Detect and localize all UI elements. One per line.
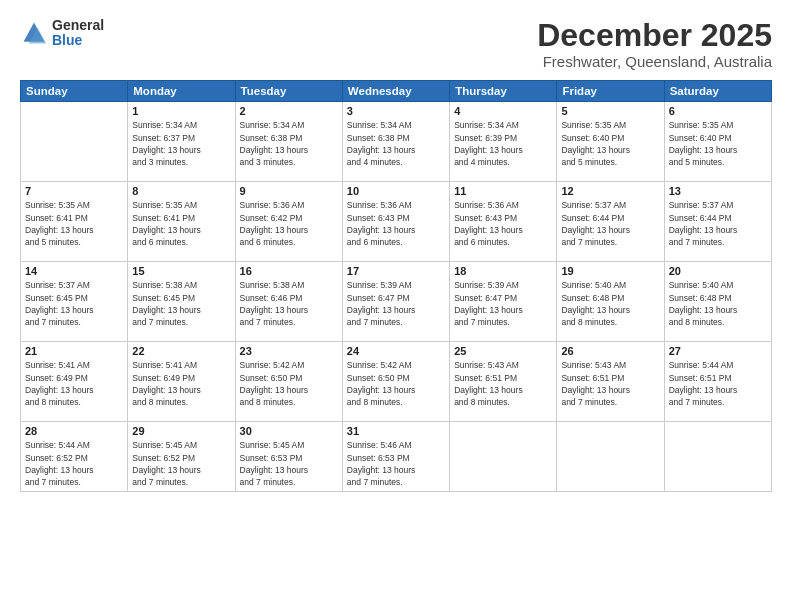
sunrise-text: Sunrise: 5:34 AM: [454, 120, 519, 130]
daylight-hours: Daylight: 13 hours: [132, 465, 201, 475]
calendar-cell: [450, 422, 557, 492]
day-number: 4: [454, 105, 552, 117]
day-info: Sunrise: 5:37 AMSunset: 6:44 PMDaylight:…: [669, 199, 767, 248]
calendar-cell: 4Sunrise: 5:34 AMSunset: 6:39 PMDaylight…: [450, 102, 557, 182]
daylight-hours: Daylight: 13 hours: [669, 225, 738, 235]
sunrise-text: Sunrise: 5:39 AM: [454, 280, 519, 290]
day-number: 26: [561, 345, 659, 357]
calendar-cell: 27Sunrise: 5:44 AMSunset: 6:51 PMDayligh…: [664, 342, 771, 422]
day-number: 16: [240, 265, 338, 277]
daylight-minutes: and 4 minutes.: [347, 157, 403, 167]
day-number: 2: [240, 105, 338, 117]
day-info: Sunrise: 5:40 AMSunset: 6:48 PMDaylight:…: [669, 279, 767, 328]
daylight-minutes: and 7 minutes.: [347, 477, 403, 487]
sunrise-text: Sunrise: 5:42 AM: [240, 360, 305, 370]
day-number: 30: [240, 425, 338, 437]
day-number: 27: [669, 345, 767, 357]
daylight-hours: Daylight: 13 hours: [240, 385, 309, 395]
daylight-minutes: and 7 minutes.: [25, 477, 81, 487]
daylight-minutes: and 7 minutes.: [561, 397, 617, 407]
daylight-hours: Daylight: 13 hours: [669, 385, 738, 395]
daylight-minutes: and 3 minutes.: [132, 157, 188, 167]
calendar-cell: 10Sunrise: 5:36 AMSunset: 6:43 PMDayligh…: [342, 182, 449, 262]
day-number: 14: [25, 265, 123, 277]
calendar-cell: 12Sunrise: 5:37 AMSunset: 6:44 PMDayligh…: [557, 182, 664, 262]
calendar-cell: 16Sunrise: 5:38 AMSunset: 6:46 PMDayligh…: [235, 262, 342, 342]
day-number: 28: [25, 425, 123, 437]
daylight-hours: Daylight: 13 hours: [561, 225, 630, 235]
calendar-header-thursday: Thursday: [450, 81, 557, 102]
day-info: Sunrise: 5:44 AMSunset: 6:51 PMDaylight:…: [669, 359, 767, 408]
calendar-cell: 2Sunrise: 5:34 AMSunset: 6:38 PMDaylight…: [235, 102, 342, 182]
day-number: 3: [347, 105, 445, 117]
sunset-text: Sunset: 6:49 PM: [25, 373, 88, 383]
daylight-hours: Daylight: 13 hours: [454, 305, 523, 315]
sunrise-text: Sunrise: 5:35 AM: [132, 200, 197, 210]
calendar-cell: 6Sunrise: 5:35 AMSunset: 6:40 PMDaylight…: [664, 102, 771, 182]
sunrise-text: Sunrise: 5:45 AM: [240, 440, 305, 450]
sunset-text: Sunset: 6:47 PM: [347, 293, 410, 303]
day-info: Sunrise: 5:35 AMSunset: 6:41 PMDaylight:…: [25, 199, 123, 248]
daylight-hours: Daylight: 13 hours: [347, 225, 416, 235]
sunset-text: Sunset: 6:51 PM: [561, 373, 624, 383]
calendar-week-5: 28Sunrise: 5:44 AMSunset: 6:52 PMDayligh…: [21, 422, 772, 492]
daylight-minutes: and 8 minutes.: [454, 397, 510, 407]
day-info: Sunrise: 5:34 AMSunset: 6:39 PMDaylight:…: [454, 119, 552, 168]
calendar-cell: 1Sunrise: 5:34 AMSunset: 6:37 PMDaylight…: [128, 102, 235, 182]
day-number: 1: [132, 105, 230, 117]
day-info: Sunrise: 5:40 AMSunset: 6:48 PMDaylight:…: [561, 279, 659, 328]
day-info: Sunrise: 5:36 AMSunset: 6:43 PMDaylight:…: [454, 199, 552, 248]
daylight-hours: Daylight: 13 hours: [240, 305, 309, 315]
daylight-hours: Daylight: 13 hours: [347, 305, 416, 315]
calendar-header-sunday: Sunday: [21, 81, 128, 102]
daylight-minutes: and 4 minutes.: [454, 157, 510, 167]
sunset-text: Sunset: 6:52 PM: [132, 453, 195, 463]
daylight-hours: Daylight: 13 hours: [347, 385, 416, 395]
sunrise-text: Sunrise: 5:37 AM: [669, 200, 734, 210]
day-info: Sunrise: 5:45 AMSunset: 6:53 PMDaylight:…: [240, 439, 338, 488]
daylight-minutes: and 6 minutes.: [454, 237, 510, 247]
sunset-text: Sunset: 6:52 PM: [25, 453, 88, 463]
sunset-text: Sunset: 6:45 PM: [132, 293, 195, 303]
daylight-hours: Daylight: 13 hours: [561, 145, 630, 155]
logo-blue-label: Blue: [52, 33, 104, 48]
daylight-minutes: and 5 minutes.: [669, 157, 725, 167]
calendar-cell: 8Sunrise: 5:35 AMSunset: 6:41 PMDaylight…: [128, 182, 235, 262]
sunset-text: Sunset: 6:47 PM: [454, 293, 517, 303]
calendar-cell: 25Sunrise: 5:43 AMSunset: 6:51 PMDayligh…: [450, 342, 557, 422]
sunset-text: Sunset: 6:37 PM: [132, 133, 195, 143]
calendar-cell: 5Sunrise: 5:35 AMSunset: 6:40 PMDaylight…: [557, 102, 664, 182]
calendar-week-4: 21Sunrise: 5:41 AMSunset: 6:49 PMDayligh…: [21, 342, 772, 422]
daylight-minutes: and 6 minutes.: [132, 237, 188, 247]
sunrise-text: Sunrise: 5:35 AM: [25, 200, 90, 210]
calendar-cell: 26Sunrise: 5:43 AMSunset: 6:51 PMDayligh…: [557, 342, 664, 422]
calendar-cell: 9Sunrise: 5:36 AMSunset: 6:42 PMDaylight…: [235, 182, 342, 262]
calendar-cell: 28Sunrise: 5:44 AMSunset: 6:52 PMDayligh…: [21, 422, 128, 492]
calendar-cell: 19Sunrise: 5:40 AMSunset: 6:48 PMDayligh…: [557, 262, 664, 342]
sunrise-text: Sunrise: 5:36 AM: [240, 200, 305, 210]
daylight-hours: Daylight: 13 hours: [347, 145, 416, 155]
day-number: 25: [454, 345, 552, 357]
calendar-week-2: 7Sunrise: 5:35 AMSunset: 6:41 PMDaylight…: [21, 182, 772, 262]
day-info: Sunrise: 5:44 AMSunset: 6:52 PMDaylight:…: [25, 439, 123, 488]
calendar-header-saturday: Saturday: [664, 81, 771, 102]
calendar-cell: 31Sunrise: 5:46 AMSunset: 6:53 PMDayligh…: [342, 422, 449, 492]
sunrise-text: Sunrise: 5:40 AM: [669, 280, 734, 290]
calendar-cell: 24Sunrise: 5:42 AMSunset: 6:50 PMDayligh…: [342, 342, 449, 422]
day-info: Sunrise: 5:43 AMSunset: 6:51 PMDaylight:…: [454, 359, 552, 408]
calendar-header-tuesday: Tuesday: [235, 81, 342, 102]
day-info: Sunrise: 5:36 AMSunset: 6:42 PMDaylight:…: [240, 199, 338, 248]
calendar-header-friday: Friday: [557, 81, 664, 102]
daylight-hours: Daylight: 13 hours: [25, 305, 94, 315]
day-number: 10: [347, 185, 445, 197]
calendar-cell: [557, 422, 664, 492]
logo: General Blue: [20, 18, 104, 49]
daylight-minutes: and 5 minutes.: [25, 237, 81, 247]
title-block: December 2025 Freshwater, Queensland, Au…: [537, 18, 772, 70]
daylight-hours: Daylight: 13 hours: [132, 385, 201, 395]
sunrise-text: Sunrise: 5:44 AM: [669, 360, 734, 370]
calendar-cell: 7Sunrise: 5:35 AMSunset: 6:41 PMDaylight…: [21, 182, 128, 262]
daylight-hours: Daylight: 13 hours: [25, 465, 94, 475]
daylight-hours: Daylight: 13 hours: [454, 225, 523, 235]
sunset-text: Sunset: 6:39 PM: [454, 133, 517, 143]
